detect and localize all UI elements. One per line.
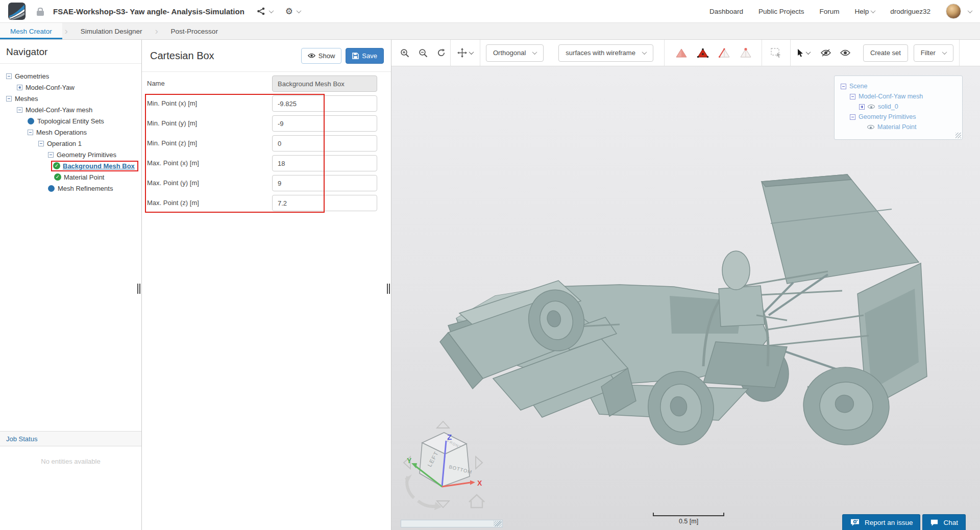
nav-dashboard[interactable]: Dashboard (709, 8, 743, 15)
tab-simulation-designer[interactable]: Simulation Designer (70, 23, 153, 39)
collapse-icon[interactable] (28, 130, 33, 135)
top-header: FSAE-Workshop-S3- Yaw angle- Analysis-Si… (0, 0, 980, 23)
simscale-logo-icon[interactable] (8, 3, 26, 20)
expand-icon[interactable] (17, 85, 22, 90)
collapse-icon[interactable] (6, 96, 12, 102)
max-x-input[interactable] (272, 155, 377, 171)
rotate-up-arrow[interactable] (437, 421, 449, 428)
red-highlight-box: Background Mesh Box (51, 161, 138, 171)
tab-post-processor[interactable]: Post-Processor (161, 23, 228, 39)
check-icon (53, 162, 60, 169)
nav-forum[interactable]: Forum (819, 8, 839, 15)
scene-item-mesh[interactable]: Model-Conf-Yaw mesh (841, 91, 958, 102)
min-y-input[interactable] (272, 115, 377, 132)
panel-resize-handle[interactable] (137, 284, 140, 294)
show-button[interactable]: Show (301, 48, 342, 64)
collapse-icon[interactable] (850, 94, 855, 99)
tree-item-meshes[interactable]: Meshes (3, 93, 138, 104)
field-max-z: Max. Point (z) [m] (142, 193, 391, 213)
box-select-button[interactable] (762, 40, 790, 66)
collapsed-panel[interactable] (401, 520, 503, 527)
collapse-icon[interactable] (6, 73, 12, 79)
tree-item-mesh-refinements[interactable]: Mesh Refinements (3, 183, 138, 194)
render-mode-select[interactable]: surfaces with wireframe (558, 44, 653, 62)
save-button[interactable]: Save (346, 48, 384, 64)
scale-label: 0.5 [m] (653, 518, 724, 525)
field-min-x: Min. Point (x) [m] (142, 94, 391, 114)
navigator-panel: Navigator Geometries Model-Conf-Yaw Mesh… (0, 40, 142, 530)
report-issue-button[interactable]: Report an issue (842, 514, 921, 530)
zoom-in-icon (400, 48, 409, 58)
nav-help[interactable]: Help (854, 8, 875, 15)
chevron-down-icon (642, 49, 647, 55)
tree-item-topological-entity-sets[interactable]: Topological Entity Sets (3, 115, 138, 127)
resize-grip[interactable] (494, 521, 502, 526)
reset-view-button[interactable] (432, 40, 450, 66)
collapse-icon[interactable] (850, 114, 855, 120)
tab-mesh-creator[interactable]: Mesh Creator (0, 23, 62, 39)
scene-item-scene[interactable]: Scene (841, 81, 958, 91)
eye-icon[interactable] (868, 104, 875, 110)
select-edges-button[interactable] (714, 40, 735, 66)
tree-item-mesh-operations[interactable]: Mesh Operations (3, 127, 138, 138)
chat-bubble-icon (930, 519, 939, 526)
select-volumes-button[interactable] (671, 40, 692, 66)
share-button[interactable] (257, 7, 273, 15)
collapse-icon[interactable] (17, 107, 22, 113)
min-x-input[interactable] (272, 95, 377, 112)
min-z-input[interactable] (272, 135, 377, 152)
projection-select[interactable]: Orthogonal (486, 44, 544, 62)
3d-canvas[interactable]: Scene Model-Conf-Yaw mesh solid_0 Geomet… (391, 66, 980, 530)
select-vertices-button[interactable] (735, 40, 756, 66)
name-input[interactable] (272, 75, 377, 92)
home-view-icon[interactable] (469, 495, 484, 508)
tab-separator (62, 23, 70, 39)
tree-item-material-point[interactable]: Material Point (3, 171, 138, 183)
lock-icon (37, 11, 44, 16)
rotate-right-arrow[interactable] (476, 457, 482, 469)
scene-item-material-point[interactable]: Material Point (841, 122, 958, 132)
collapse-icon[interactable] (38, 141, 44, 146)
nav-public-projects[interactable]: Public Projects (758, 8, 804, 15)
tree-item-geometry-primitives[interactable]: Geometry Primitives (3, 149, 138, 160)
hide-selection-button[interactable] (816, 40, 836, 66)
zoom-out-button[interactable] (414, 40, 432, 66)
avatar[interactable] (946, 4, 961, 19)
pan-tool-button[interactable] (451, 40, 480, 66)
zoom-in-button[interactable] (396, 40, 414, 66)
select-faces-button[interactable] (692, 40, 714, 66)
scene-item-geometry-primitives[interactable]: Geometry Primitives (841, 112, 958, 122)
move-icon (457, 48, 467, 58)
max-z-input[interactable] (272, 195, 377, 211)
resize-grip[interactable] (955, 133, 961, 138)
expand-icon[interactable] (859, 104, 865, 110)
collapse-icon[interactable] (48, 152, 54, 158)
tree-item-model-conf-yaw-mesh[interactable]: Model-Conf-Yaw mesh (3, 104, 138, 115)
field-name: Name (142, 74, 391, 94)
cursor-icon (797, 48, 804, 57)
tree-item-geometries[interactable]: Geometries (3, 70, 138, 82)
eye-icon[interactable] (867, 124, 874, 130)
3d-model-car[interactable] (430, 162, 955, 468)
panel-resize-handle[interactable] (387, 284, 390, 294)
tree-item-model-conf-yaw[interactable]: Model-Conf-Yaw (3, 82, 138, 93)
save-icon (352, 53, 359, 59)
chevron-down-icon[interactable] (968, 8, 973, 13)
chevron-down-icon (297, 8, 302, 13)
filter-button[interactable]: Filter (914, 44, 953, 62)
tree-item-operation-1[interactable]: Operation 1 (3, 138, 138, 149)
viewport-toolbar: Orthogonal surfaces with wireframe (391, 40, 980, 66)
show-all-button[interactable] (836, 40, 855, 66)
username[interactable]: drodriguez32 (890, 8, 930, 15)
select-tool-button[interactable] (791, 40, 816, 66)
job-status-header[interactable]: Job Status (0, 431, 141, 446)
collapse-icon[interactable] (841, 84, 846, 89)
max-y-input[interactable] (272, 175, 377, 191)
create-set-button[interactable]: Create set (863, 44, 908, 62)
gear-icon: ⚙ (285, 7, 293, 16)
chat-button[interactable]: Chat (922, 514, 966, 530)
scene-item-solid-0[interactable]: solid_0 (841, 102, 958, 112)
tree-item-background-mesh-box[interactable]: Background Mesh Box (3, 160, 138, 171)
settings-button[interactable]: ⚙ (285, 7, 301, 16)
orientation-cube[interactable]: LEFT BOTTOM FRONT X Y Z (395, 414, 492, 516)
